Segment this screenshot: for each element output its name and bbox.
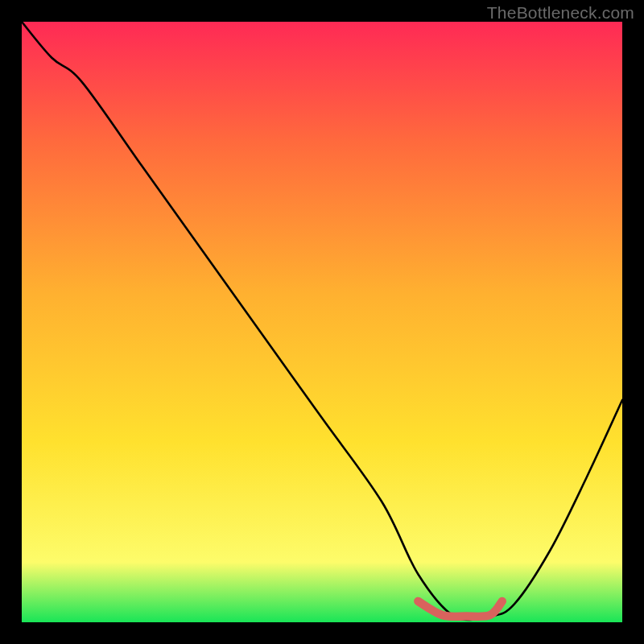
chart-stage: TheBottleneck.com bbox=[0, 0, 644, 644]
watermark-label: TheBottleneck.com bbox=[487, 3, 634, 23]
bottleneck-curve bbox=[22, 22, 622, 620]
plot-area bbox=[22, 22, 622, 622]
curve-layer bbox=[22, 22, 622, 622]
sweet-spot-marker bbox=[418, 601, 502, 617]
